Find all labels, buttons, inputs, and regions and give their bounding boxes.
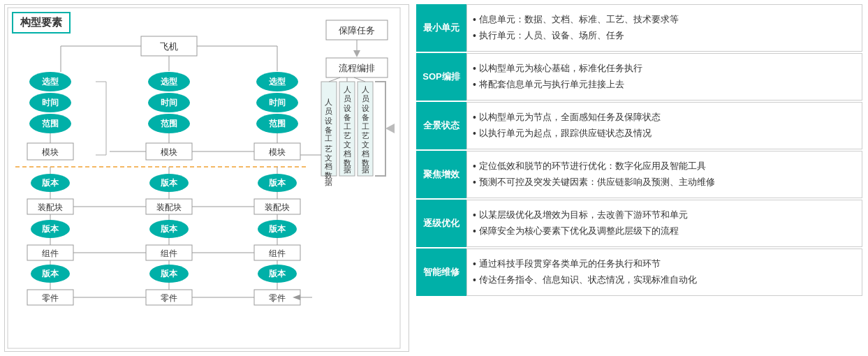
right-row-1: SOP编排以构型单元为核心基础，标准化任务执行将配套信息单元与执行单元挂接上去 (416, 53, 862, 101)
svg-rect-1 (141, 36, 197, 56)
svg-rect-78 (27, 290, 73, 305)
svg-text:保障任务: 保障任务 (339, 25, 375, 36)
svg-rect-102 (321, 82, 337, 176)
svg-line-143 (329, 77, 340, 82)
right-content-5: 通过科技手段贯穿各类单元的任务执行和环节传达任务指令、信息知识、状态情况，实现标… (466, 249, 862, 296)
svg-text:备: 备 (362, 113, 369, 121)
svg-text:时间: 时间 (42, 98, 59, 107)
svg-point-81 (149, 265, 189, 283)
right-content-2: 以构型单元为节点，全面感知任务及保障状态以执行单元为起点，跟踪供应链状态及情况 (466, 102, 862, 149)
right-label-0: 最小单元 (416, 4, 466, 52)
bullet-3-1: 预测不可控及突发关键因素：供应链影响及预测、主动维修 (473, 176, 856, 190)
svg-text:员: 员 (325, 107, 333, 115)
svg-text:时间: 时间 (161, 98, 177, 107)
svg-text:选型: 选型 (269, 77, 286, 87)
svg-rect-35 (254, 143, 300, 160)
svg-text:备: 备 (325, 126, 333, 134)
svg-text:文: 文 (362, 140, 369, 149)
svg-text:版本: 版本 (268, 224, 286, 234)
right-label-5: 智能维修 (416, 249, 466, 296)
svg-text:版本: 版本 (41, 224, 59, 234)
svg-point-87 (258, 265, 297, 283)
svg-text:设: 设 (325, 117, 333, 125)
svg-text:装配块: 装配块 (156, 202, 182, 212)
svg-rect-0 (8, 8, 400, 348)
svg-point-69 (258, 220, 297, 238)
bullet-2-0: 以构型单元为节点，全面感知任务及保障状态 (473, 111, 856, 125)
svg-point-14 (148, 72, 190, 91)
svg-text:版本: 版本 (41, 269, 59, 279)
svg-rect-32 (146, 143, 192, 160)
svg-text:员: 员 (362, 94, 369, 103)
svg-text:文: 文 (344, 140, 351, 149)
svg-text:零件: 零件 (269, 293, 286, 303)
svg-rect-84 (146, 290, 192, 305)
svg-text:组件: 组件 (161, 249, 177, 258)
svg-point-51 (258, 174, 297, 192)
svg-rect-113 (339, 82, 355, 176)
svg-text:设: 设 (362, 104, 369, 112)
svg-text:选型: 选型 (42, 77, 59, 87)
svg-point-18 (148, 114, 190, 133)
svg-point-57 (31, 220, 70, 238)
right-row-3: 聚焦增效定位低效和脱节的环节进行优化：数字化应用及智能工具预测不可控及突发关键因… (416, 151, 862, 198)
svg-marker-99 (353, 50, 360, 57)
svg-rect-124 (358, 82, 373, 176)
svg-text:人: 人 (362, 85, 369, 94)
svg-text:选型: 选型 (161, 77, 178, 87)
svg-text:档: 档 (325, 163, 334, 170)
svg-text:组件: 组件 (269, 249, 286, 258)
right-label-2: 全景状态 (416, 102, 466, 149)
right-row-2: 全景状态以构型单元为节点，全面感知任务及保障状态以执行单元为起点，跟踪供应链状态… (416, 102, 862, 149)
svg-text:模块: 模块 (42, 147, 59, 157)
svg-marker-135 (385, 124, 395, 133)
right-content-0: 信息单元：数据、文档、标准、工艺、技术要求等执行单元：人员、设备、场所、任务 (466, 4, 862, 52)
svg-text:模块: 模块 (161, 147, 177, 157)
svg-text:数: 数 (362, 158, 369, 167)
svg-text:艺: 艺 (325, 144, 333, 152)
svg-point-45 (149, 174, 189, 192)
bullet-0-1: 执行单元：人员、设备、场所、任务 (473, 29, 856, 43)
svg-point-10 (29, 93, 71, 112)
svg-text:范围: 范围 (269, 119, 286, 128)
svg-point-39 (31, 174, 70, 192)
svg-text:流程编排: 流程编排 (339, 63, 375, 73)
right-label-3: 聚焦增效 (416, 151, 466, 198)
svg-point-8 (29, 72, 71, 91)
svg-text:组件: 组件 (42, 249, 59, 258)
svg-rect-48 (146, 199, 192, 214)
svg-text:备: 备 (344, 113, 351, 121)
svg-text:时间: 时间 (269, 98, 286, 107)
svg-text:艺: 艺 (362, 131, 369, 140)
svg-text:版本: 版本 (160, 178, 178, 188)
bullet-5-1: 传达任务指令、信息知识、状态情况，实现标准自动化 (473, 274, 856, 288)
bullet-2-1: 以执行单元为起点，跟踪供应链状态及情况 (473, 127, 856, 141)
svg-text:工: 工 (325, 135, 333, 142)
svg-text:版本: 版本 (41, 178, 59, 188)
svg-text:文: 文 (325, 154, 333, 162)
svg-text:版本: 版本 (268, 178, 286, 188)
svg-point-22 (256, 93, 298, 112)
svg-point-63 (149, 220, 189, 238)
svg-text:档: 档 (343, 149, 351, 158)
svg-rect-54 (254, 199, 300, 214)
svg-text:据: 据 (325, 179, 333, 186)
right-row-4: 逐级优化以某层级优化及增效为目标，去改善下游环节和单元保障安全为核心要素下优化及… (416, 200, 862, 247)
svg-point-20 (256, 72, 298, 91)
svg-rect-96 (326, 20, 388, 40)
svg-text:装配块: 装配块 (38, 202, 63, 212)
svg-text:工: 工 (362, 122, 369, 131)
svg-text:范围: 范围 (161, 119, 177, 128)
bullet-1-0: 以构型单元为核心基础，标准化任务执行 (473, 62, 856, 76)
svg-rect-29 (27, 143, 73, 160)
svg-point-12 (29, 114, 71, 133)
right-panel: 最小单元信息单元：数据、文档、标准、工艺、技术要求等执行单元：人员、设备、场所、… (413, 0, 868, 356)
right-content-4: 以某层级优化及增效为目标，去改善下游环节和单元保障安全为核心要素下优化及调整此层… (466, 200, 862, 247)
right-content-1: 以构型单元为核心基础，标准化任务执行将配套信息单元与执行单元挂接上去 (466, 53, 862, 101)
svg-text:据: 据 (362, 165, 369, 174)
svg-text:档: 档 (361, 149, 369, 158)
svg-point-75 (31, 265, 70, 283)
svg-text:数: 数 (325, 172, 333, 179)
svg-rect-66 (146, 245, 192, 260)
svg-text:飞机: 飞机 (160, 41, 178, 52)
